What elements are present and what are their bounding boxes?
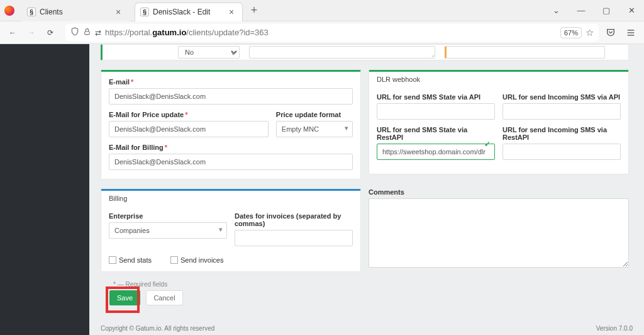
- billing-panel: Billing Enterprise Companies Dates for i…: [101, 189, 361, 272]
- dlr-inc-rest-label: URL for send Incoming SMS via RestAPI: [502, 126, 621, 141]
- favicon-icon: §: [27, 8, 36, 16]
- lock-icon: [83, 28, 91, 38]
- maximize-button[interactable]: ▢: [594, 1, 619, 20]
- dlr-sms-api-label: URL for send SMS State via API: [377, 93, 495, 101]
- browser-titlebar: § Clients × § DenisSlack - Edit × + ⌄ — …: [0, 0, 644, 21]
- email-input[interactable]: [109, 88, 353, 105]
- dlr-inc-api-label: URL for send Incoming SMS via API: [502, 93, 621, 101]
- star-icon[interactable]: ☆: [586, 27, 594, 38]
- minimize-button[interactable]: —: [569, 1, 594, 20]
- dlr-sms-api-input[interactable]: [377, 103, 495, 120]
- tab-label: DenisSlack - Edit: [153, 8, 226, 16]
- pocket-icon[interactable]: [602, 25, 619, 40]
- comments-label: Comments: [369, 188, 629, 196]
- version-text: Version 7.0.0: [596, 325, 633, 332]
- tab-clients[interactable]: § Clients ×: [21, 3, 130, 21]
- top-panel-fragment: No ⌟: [101, 44, 629, 60]
- enterprise-select[interactable]: Companies: [109, 222, 227, 239]
- checkmark-icon: ✓: [484, 140, 491, 149]
- tab-denisslack-edit[interactable]: § DenisSlack - Edit ×: [135, 3, 243, 21]
- enterprise-label: Enterprise: [109, 212, 227, 220]
- top-textarea[interactable]: ⌟: [249, 46, 435, 59]
- firefox-icon: [0, 6, 19, 16]
- email-price-label: E-Mail for Price update*: [109, 111, 269, 118]
- url-text: https://portal.gatum.io/clients/update?i…: [105, 28, 557, 37]
- new-tab-button[interactable]: +: [245, 4, 263, 17]
- comments-textarea[interactable]: [369, 198, 629, 268]
- favicon-icon: §: [140, 8, 149, 16]
- dlr-inc-rest-input[interactable]: [502, 144, 621, 160]
- cancel-button[interactable]: Cancel: [146, 290, 182, 305]
- tab-label: Clients: [40, 8, 113, 16]
- dlr-webhook-panel: DLR webhook URL for send SMS State via A…: [369, 70, 629, 174]
- price-format-select[interactable]: Empty MNC: [276, 121, 353, 137]
- top-right-field[interactable]: [445, 46, 605, 59]
- close-window-button[interactable]: ✕: [619, 1, 644, 20]
- dates-input[interactable]: [235, 230, 353, 246]
- dates-label: Dates for invoices (separated by commas): [235, 212, 353, 227]
- back-button[interactable]: ←: [5, 25, 20, 40]
- dlr-sms-rest-label: URL for send SMS State via RestAPI: [377, 126, 495, 141]
- permissions-icon: ⇄: [95, 28, 101, 37]
- svg-rect-0: [85, 31, 90, 34]
- email-billing-input[interactable]: [109, 154, 353, 170]
- copyright-text: Copyright © Gatum.io. All rights reserve…: [101, 325, 214, 332]
- forward-button: →: [24, 25, 39, 40]
- dlr-sms-rest-input[interactable]: [377, 144, 495, 160]
- required-note: * — Required fields: [113, 281, 629, 288]
- zoom-badge[interactable]: 67%: [560, 27, 582, 38]
- close-icon[interactable]: ×: [226, 7, 237, 17]
- reload-button[interactable]: ⟳: [43, 25, 58, 40]
- email-price-input[interactable]: [109, 121, 269, 137]
- address-bar: ← → ⟳ ⇄ https://portal.gatum.io/clients/…: [0, 21, 644, 44]
- url-bar[interactable]: ⇄ https://portal.gatum.io/clients/update…: [65, 24, 599, 42]
- save-button[interactable]: Save: [109, 290, 140, 305]
- menu-icon[interactable]: [623, 25, 639, 40]
- dlr-inc-api-input[interactable]: [502, 103, 621, 120]
- contact-panel: E-mail* E-Mail for Price update* Price u…: [101, 70, 361, 179]
- tabs-dropdown-icon[interactable]: ⌄: [543, 1, 569, 20]
- top-select[interactable]: No: [178, 46, 240, 59]
- close-icon[interactable]: ×: [113, 7, 124, 17]
- billing-panel-title: Billing: [101, 191, 360, 206]
- send-stats-checkbox[interactable]: Send stats: [109, 256, 152, 264]
- page-footer: Copyright © Gatum.io. All rights reserve…: [89, 321, 644, 335]
- send-invoices-checkbox[interactable]: Send invoices: [170, 256, 224, 264]
- price-format-label: Price update format: [276, 111, 353, 118]
- email-label: E-mail*: [109, 78, 353, 86]
- shield-icon: [70, 27, 79, 38]
- app-sidebar: [0, 44, 89, 335]
- dlr-panel-title: DLR webhook: [369, 72, 628, 87]
- email-billing-label: E-Mail for Billing*: [109, 144, 353, 151]
